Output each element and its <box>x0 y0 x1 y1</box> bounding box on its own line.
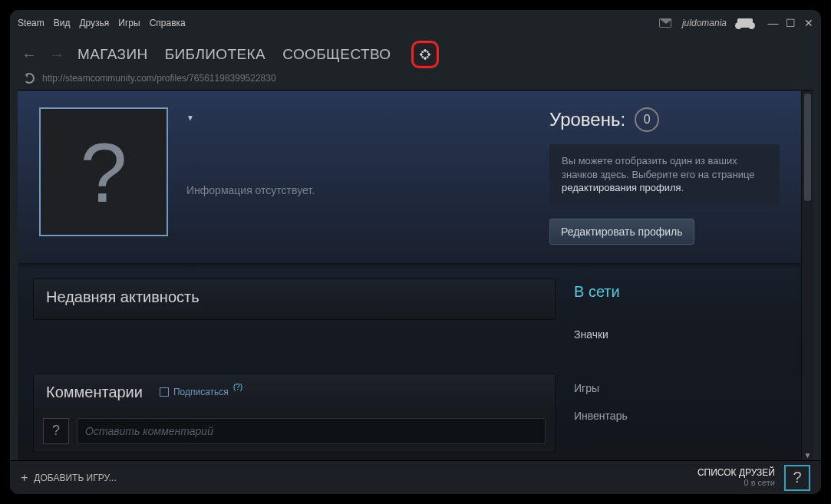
main-nav: ← → МАГАЗИН БИБЛИОТЕКА СООБЩЕСТВО <box>10 36 821 73</box>
menu-view[interactable]: Вид <box>54 18 71 28</box>
profile-dropdown-caret[interactable]: ▼ <box>186 114 194 122</box>
avatar-placeholder-icon: ? <box>80 124 127 221</box>
add-game-button[interactable]: + ДОБАВИТЬ ИГРУ... <box>21 471 116 485</box>
nav-back-button[interactable]: ← <box>22 48 36 61</box>
loading-spinner-icon <box>418 48 432 61</box>
menu-friends[interactable]: Друзья <box>79 18 109 28</box>
refresh-icon[interactable] <box>24 73 35 84</box>
url-bar: http://steamcommunity.com/profiles/76561… <box>10 73 821 90</box>
checkbox-icon <box>160 387 169 397</box>
avatar[interactable]: ? <box>39 107 168 236</box>
edit-profile-button[interactable]: Редактировать профиль <box>549 219 694 245</box>
mail-icon[interactable] <box>659 18 671 28</box>
badge-hint-text-prefix: Вы можете отобразить один из ваших значк… <box>562 155 755 180</box>
comments-title: Комментарии <box>46 384 143 401</box>
online-status: В сети <box>574 283 786 301</box>
url-text[interactable]: http://steamcommunity.com/profiles/76561… <box>42 73 276 84</box>
subscribe-toggle[interactable]: Подписаться (?) <box>160 387 242 397</box>
nav-tab-profile-highlight <box>411 41 439 68</box>
friends-online-count: 0 в сети <box>697 478 775 488</box>
nav-forward-button[interactable]: → <box>50 48 64 61</box>
menubar: Steam Вид Друзья Игры Справка juldomania… <box>10 10 821 36</box>
help-button[interactable]: ? <box>784 465 810 491</box>
recent-activity-title: Недавняя активность <box>34 279 555 315</box>
add-game-label: ДОБАВИТЬ ИГРУ... <box>34 473 116 483</box>
close-button[interactable]: ✕ <box>803 18 813 28</box>
level-label: Уровень: <box>549 109 625 130</box>
subscribe-label: Подписаться <box>173 387 229 397</box>
recent-activity-panel: Недавняя активность <box>33 278 556 320</box>
gamepad-icon[interactable] <box>737 18 753 28</box>
badge-hint-link[interactable]: редактирования профиля <box>562 182 681 193</box>
sidebar-link-badges[interactable]: Значки <box>574 321 786 348</box>
badge-hint: Вы можете отобразить один из ваших значк… <box>549 144 780 205</box>
scrollbar[interactable]: ▲ ▼ <box>801 91 813 460</box>
level-value: 0 <box>635 107 659 132</box>
friends-list-button[interactable]: СПИСОК ДРУЗЕЙ 0 в сети <box>697 467 775 489</box>
badge-hint-text-suffix: . <box>681 182 684 193</box>
sidebar-link-games[interactable]: Игры <box>574 374 786 402</box>
profile-header: ? ▼ Информация отсутствует. Уровень: 0 В… <box>18 91 801 263</box>
friends-list-title: СПИСОК ДРУЗЕЙ <box>697 467 775 478</box>
menubar-menus: Steam Вид Друзья Игры Справка <box>18 18 186 28</box>
comments-panel: Комментарии Подписаться (?) ? Оставить к… <box>33 374 556 453</box>
nav-tab-community[interactable]: СООБЩЕСТВО <box>282 46 391 63</box>
profile-sidebar: В сети Значки Игры Инвентарь <box>571 278 786 453</box>
subscribe-help-icon[interactable]: (?) <box>233 383 242 391</box>
scrollbar-thumb[interactable] <box>804 94 811 201</box>
sidebar-link-inventory[interactable]: Инвентарь <box>574 402 786 430</box>
nav-tab-store[interactable]: МАГАЗИН <box>77 46 148 63</box>
profile-no-info: Информация отсутствует. <box>186 184 549 196</box>
minimize-button[interactable]: — <box>768 18 778 28</box>
content-area: ? ▼ Информация отсутствует. Уровень: 0 В… <box>18 91 801 460</box>
username-label[interactable]: juldomania <box>682 18 727 28</box>
nav-tab-library[interactable]: БИБЛИОТЕКА <box>165 46 266 63</box>
menu-steam[interactable]: Steam <box>18 18 45 28</box>
bottombar: + ДОБАВИТЬ ИГРУ... СПИСОК ДРУЗЕЙ 0 в сет… <box>10 460 821 494</box>
menu-help[interactable]: Справка <box>150 18 186 28</box>
scroll-down-icon[interactable]: ▼ <box>802 450 813 460</box>
menu-games[interactable]: Игры <box>118 18 140 28</box>
plus-icon: + <box>21 471 28 485</box>
avatar-small: ? <box>43 418 69 444</box>
maximize-button[interactable]: ☐ <box>786 18 796 28</box>
comment-input[interactable]: Оставить комментарий <box>77 418 546 444</box>
